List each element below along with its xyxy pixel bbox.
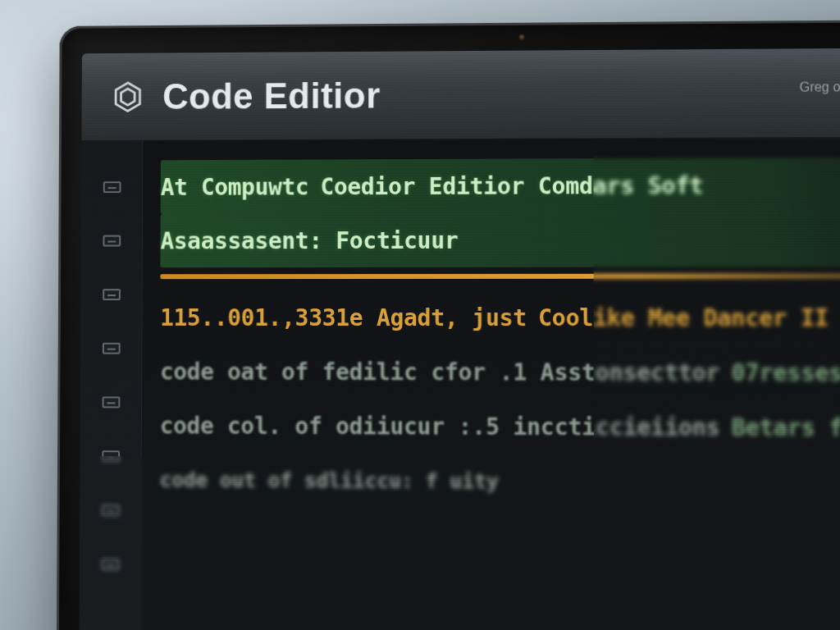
titlebar-link-1-label: Greg oed [800,80,840,95]
titlebar-link-1[interactable]: Greg oed [800,80,840,95]
titlebar-links: Greg oed Onenct [800,79,840,94]
screen: Code Editior Greg oed Onenct At Compuwtc… [79,48,840,630]
app-title: Code Editior [162,75,381,116]
app-logo-icon [111,80,145,114]
code-lines: At CompuwtcCoedior Editior Comdars SoftA… [141,137,840,630]
code-area[interactable]: At CompuwtcCoedior Editior Comdars SoftA… [79,137,840,630]
code-line: At CompuwtcCoedior Editior Comdars Soft [161,157,840,214]
code-line: 115..001.,3331e Agadt, justCoolike Mee D… [160,290,840,345]
line-gutter [79,141,143,630]
gutter-marker [81,160,142,214]
code-line: code oat of fedilic cfor .1 Asstonsectto… [160,345,840,400]
gutter-marker [80,267,141,322]
code-token: Coedior Editior Comdars Soft [320,171,703,200]
code-line: Asaassasent: Focticuur [160,212,840,267]
code-token: 07resses Cofesansinee [731,358,840,386]
code-line [159,506,840,566]
laptop-frame: Code Editior Greg oed Onenct At Compuwtc… [56,19,840,630]
code-token: code out of sdliiccu: f uity [159,468,498,493]
code-token: Betars fttain [732,413,840,441]
svg-marker-0 [116,82,139,111]
gutter-marker [80,375,141,429]
code-token: Asaassasent: Focticuur [161,226,459,254]
code-token: code oat of fedilic cfor .1 Asstonsectto… [160,358,719,386]
gutter-marker [81,214,142,268]
gutter-marker [80,322,141,376]
code-token: 115..001.,3331e Agadt, just [160,304,527,331]
webcam-dot [518,34,524,40]
code-token: code col. of odiiucur :.5 inccticcieiion… [160,412,720,441]
section-divider [160,273,840,279]
titlebar: Code Editior Greg oed Onenct [81,48,840,141]
code-token: Coolike Mee Dancer II [538,304,829,331]
code-line: code col. of odiiucur :.5 inccticcieiion… [160,399,840,456]
gutter-marker [80,483,140,537]
code-token: At Compuwtc [161,173,309,200]
gutter-marker [80,429,141,483]
gutter-marker [80,537,141,592]
code-line: code out of sdliiccu: f uity [159,452,840,511]
svg-marker-1 [121,89,135,105]
